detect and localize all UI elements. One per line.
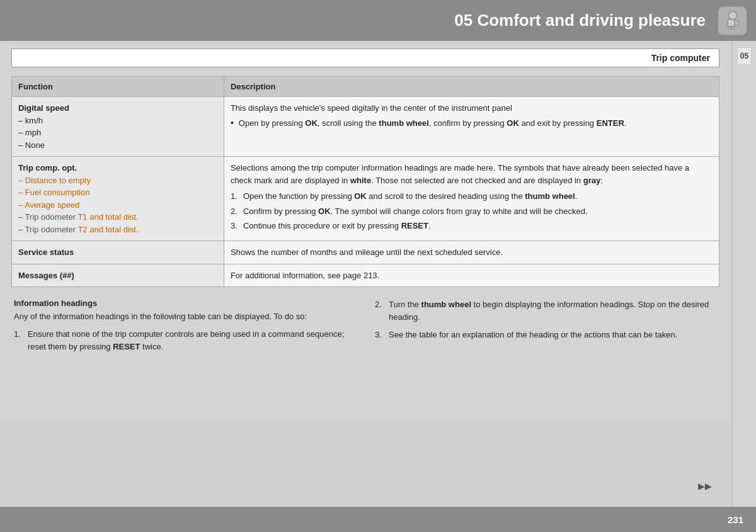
description-main: Shows the number of months and mileage u… <box>231 246 713 259</box>
page-footer: 231 <box>0 507 756 532</box>
numbered-item: 3. Continue this procedure or exit by pr… <box>231 220 713 232</box>
info-heading: Information headings <box>14 298 356 308</box>
seat-icon <box>718 6 747 35</box>
function-sub: – mph <box>18 127 217 139</box>
description-cell: For additional information, see page 213… <box>224 264 719 287</box>
function-name: Service status <box>18 246 217 259</box>
bullet-item: Open by pressing OK, scroll using the th… <box>231 117 713 130</box>
bottom-section: Information headings Any of the informat… <box>11 298 719 358</box>
page-header: 05 Comfort and driving pleasure <box>0 0 756 41</box>
section-number: 05 <box>737 47 752 65</box>
bottom-right-column: 2. Turn the thumb wheel to begin display… <box>375 298 717 358</box>
description-bullets: Open by pressing OK, scroll using the th… <box>231 117 713 130</box>
bottom-step: 3. See the table for an explanation of t… <box>375 329 717 341</box>
main-table: Function Description Digital speed – km/… <box>11 76 719 287</box>
bottom-left-column: Information headings Any of the informat… <box>14 298 356 358</box>
description-main: Selections among the trip computer infor… <box>231 162 713 186</box>
bottom-left-steps: 1. Ensure that none of the trip computer… <box>14 328 356 353</box>
function-cell: Messages (##) <box>12 264 224 287</box>
function-sub-colored: – Average speed <box>18 199 217 212</box>
numbered-item: 2. Confirm by pressing OK. The symbol wi… <box>231 205 713 218</box>
col-description-header: Description <box>224 77 719 97</box>
svg-rect-1 <box>728 20 735 26</box>
function-sub: – None <box>18 139 217 152</box>
svg-rect-2 <box>735 21 738 26</box>
description-cell: Selections among the trip computer infor… <box>224 157 719 241</box>
function-name: Messages (##) <box>18 269 217 282</box>
description-cell: This displays the vehicle's speed digita… <box>224 97 719 157</box>
table-row: Messages (##) For additional information… <box>12 264 719 287</box>
bottom-step: 1. Ensure that none of the trip computer… <box>14 328 356 353</box>
function-name: Digital speed <box>18 102 217 115</box>
function-cell: Service status <box>12 241 224 264</box>
function-sub-colored: – Fuel consumption <box>18 186 217 199</box>
description-cell: Shows the number of months and mileage u… <box>224 241 719 264</box>
next-arrows: ▶▶ <box>698 481 712 491</box>
main-content: Trip computer Function Description Digit… <box>0 41 731 420</box>
function-sub-plain: – Trip odometer T1 and total dist. <box>18 211 217 224</box>
chapter-title: 05 Comfort and driving pleasure <box>454 11 706 30</box>
description-main: This displays the vehicle's speed digita… <box>231 102 713 115</box>
info-intro: Any of the information headings in the f… <box>14 310 356 323</box>
page-number: 231 <box>728 514 743 525</box>
right-sidebar: 05 <box>732 41 756 507</box>
bottom-right-steps: 2. Turn the thumb wheel to begin display… <box>375 298 717 341</box>
numbered-item: 1. Open the function by pressing OK and … <box>231 190 713 203</box>
col-function-header: Function <box>12 77 224 97</box>
table-row: Digital speed – km/h – mph – None This d… <box>12 97 719 157</box>
table-row: Trip comp. opt. – Distance to empty – Fu… <box>12 157 719 241</box>
function-cell: Trip comp. opt. – Distance to empty – Fu… <box>12 157 224 241</box>
function-sub-plain: – Trip odometer T2 and total dist. <box>18 224 217 236</box>
bottom-step: 2. Turn the thumb wheel to begin display… <box>375 298 717 324</box>
function-sub: – km/h <box>18 115 217 127</box>
description-numbered: 1. Open the function by pressing OK and … <box>231 190 713 232</box>
table-row: Service status Shows the number of month… <box>12 241 719 264</box>
function-sub-colored: – Distance to empty <box>18 174 217 187</box>
description-main: For additional information, see page 213… <box>231 269 713 282</box>
function-name: Trip comp. opt. <box>18 162 217 174</box>
svg-point-0 <box>728 11 736 20</box>
section-heading: Trip computer <box>11 48 719 67</box>
function-cell: Digital speed – km/h – mph – None <box>12 97 224 157</box>
svg-rect-4 <box>731 26 733 30</box>
svg-rect-3 <box>728 26 730 30</box>
